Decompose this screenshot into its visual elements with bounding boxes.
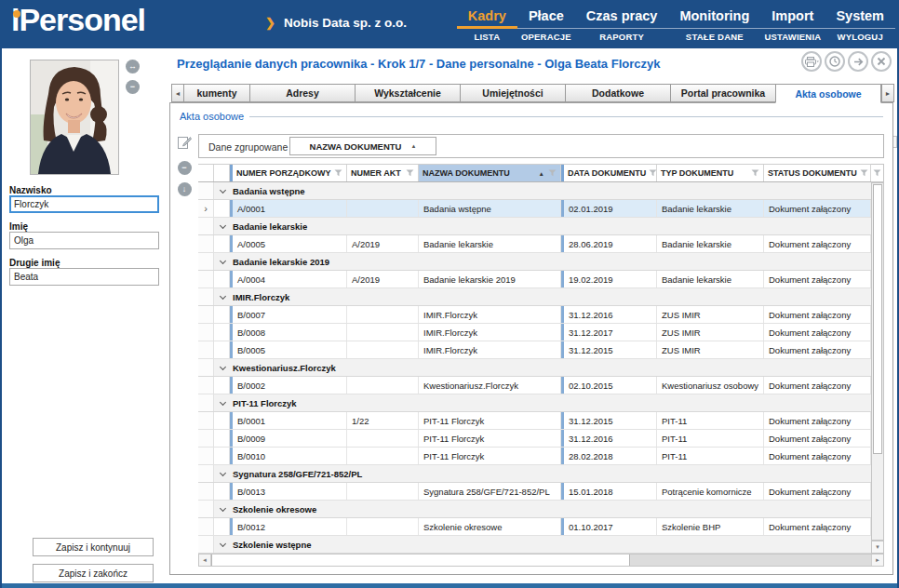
tab-wykszta-cenie[interactable]: Wykształcenie <box>355 84 461 102</box>
filter-icon[interactable] <box>860 169 868 177</box>
group-header-cell[interactable]: PIT-11 Florczyk <box>214 394 871 411</box>
vertical-scroll-thumb[interactable] <box>873 184 882 454</box>
tab-umiej-tno-ci[interactable]: Umiejętności <box>460 84 566 102</box>
filter-icon[interactable] <box>548 169 557 177</box>
filter-icon[interactable] <box>751 169 759 177</box>
table-row[interactable]: B/00011/22PIT-11 Florczyk31.12.2015PIT-1… <box>198 412 871 430</box>
tab-kumenty[interactable]: kumenty <box>183 84 250 102</box>
download-document-button[interactable]: ↓ <box>178 182 192 196</box>
collapse-chevron-icon[interactable] <box>220 186 226 193</box>
table-row[interactable]: B/0013Sygnatura 258/GFE/721-852/PL15.01.… <box>198 483 871 501</box>
nazwisko-field[interactable] <box>9 195 159 213</box>
collapse-chevron-icon[interactable] <box>220 540 226 546</box>
table-row[interactable]: ›A/0001Badania wstępne02.01.2019Badanie … <box>198 200 871 218</box>
edit-document-button[interactable] <box>177 135 192 154</box>
column-header-numer-porzadkowy[interactable]: NUMER PORZĄDKOWY <box>230 165 347 181</box>
scroll-right-button[interactable]: ► <box>871 555 883 566</box>
group-header-cell[interactable]: Szkolenie okresowe <box>214 501 871 517</box>
group-row-sygnatura-258-gfe-721-852-pl[interactable]: Sygnatura 258/GFE/721-852/PL <box>198 465 871 483</box>
filter-icon[interactable] <box>334 169 342 177</box>
table-row[interactable]: A/0004A/2019Badanie lekarskie 201919.02.… <box>198 271 871 288</box>
history-button[interactable] <box>825 51 845 72</box>
tab-scroll-left-button[interactable]: ◄ <box>171 84 184 102</box>
cell-nazwa-dokumentu: Badania wstępne <box>419 200 561 217</box>
nav-item-system[interactable]: System <box>825 7 895 29</box>
horizontal-scroll-thumb[interactable] <box>211 555 630 566</box>
filter-icon[interactable] <box>649 169 657 177</box>
group-row-szkolenie-wst-pne[interactable]: Szkolenie wstępne <box>198 536 871 554</box>
scroll-down-button[interactable]: ▼ <box>871 541 884 554</box>
nav-item-czas-pracy[interactable]: Czas pracy <box>575 7 669 29</box>
tab-dodatkowe[interactable]: Dodatkowe <box>565 84 671 102</box>
nav-subitem-operacje[interactable]: OPERACJE <box>517 29 575 46</box>
nav-subitem-lista[interactable]: LISTA <box>457 29 517 46</box>
group-row-szkolenie-okresowe[interactable]: Szkolenie okresowe <box>198 501 871 518</box>
table-row[interactable]: B/0009PIT-11 Florczyk31.12.2016PIT-11Dok… <box>198 430 871 448</box>
table-row[interactable]: A/0005A/2019Badanie lekarskie28.06.2019B… <box>198 235 871 253</box>
collapse-chevron-icon[interactable] <box>220 292 226 299</box>
cell-numer-porzadkowy: A/0004 <box>230 271 347 287</box>
vertical-scroll-track[interactable] <box>871 182 884 541</box>
nav-subitem-ustawienia[interactable]: USTAWIENIA <box>760 29 825 46</box>
collapse-chevron-icon[interactable] <box>220 363 226 369</box>
table-row[interactable]: B/0007IMIR.Florczyk31.12.2016ZUS IMIRDok… <box>198 306 871 324</box>
column-header-nazwa-dokumentu[interactable]: NAZWA DOKUMENTU▲ <box>419 165 561 181</box>
group-header-cell[interactable]: Badania wstępne <box>214 182 871 199</box>
collapse-chevron-icon[interactable] <box>220 221 226 228</box>
photo-remove-button[interactable]: − <box>126 80 140 94</box>
horizontal-scrollbar[interactable]: ◄ ► <box>198 554 884 567</box>
filter-icon[interactable] <box>406 169 414 177</box>
vertical-scrollbar[interactable]: ▼ <box>871 164 884 554</box>
column-header-numer-akt[interactable]: NUMER AKT <box>347 165 419 181</box>
save-finish-button[interactable]: Zapisz i zakończ <box>33 564 154 582</box>
nav-subitem-sta-e-dane[interactable]: STAŁE DANE <box>668 29 760 46</box>
table-row[interactable]: B/0002Kwestionariusz.Florczyk02.10.2015K… <box>198 377 871 394</box>
drugie-imie-field[interactable] <box>9 268 159 286</box>
remove-document-button[interactable]: − <box>178 161 192 175</box>
close-button[interactable] <box>871 51 892 72</box>
nav-item-kadry[interactable]: Kadry <box>457 7 517 29</box>
group-row-badanie-lekarskie[interactable]: Badanie lekarskie <box>198 218 871 235</box>
column-header-typ-dokumentu[interactable]: TYP DOKUMENTU <box>657 165 764 181</box>
nav-item-monitoring[interactable]: Monitoring <box>668 7 760 29</box>
group-row-pit-11-florczyk[interactable]: PIT-11 Florczyk <box>198 394 871 412</box>
print-menu-button[interactable] <box>801 51 822 72</box>
imie-field[interactable] <box>9 232 159 249</box>
collapse-chevron-icon[interactable] <box>220 398 226 405</box>
group-header-cell[interactable]: Sygnatura 258/GFE/721-852/PL <box>214 465 871 482</box>
collapse-chevron-icon[interactable] <box>220 469 226 475</box>
save-continue-button[interactable]: Zapisz i kontynuuj <box>33 538 154 556</box>
group-header-cell[interactable]: IMIR.Florczyk <box>214 288 871 305</box>
group-row-imir-florczyk[interactable]: IMIR.Florczyk <box>198 288 871 306</box>
group-header-cell[interactable]: Kwestionariusz.Florczyk <box>214 359 871 376</box>
table-row[interactable]: B/0008IMIR.Florczyk31.12.2017ZUS IMIRDok… <box>198 324 871 341</box>
tab-scroll-right-button[interactable]: ► <box>881 84 894 102</box>
photo-swap-button[interactable]: ↔ <box>126 60 140 74</box>
column-header-data-dokumentu[interactable]: DATA DOKUMENTU <box>561 165 657 181</box>
group-row-kwestionariusz-florczyk[interactable]: Kwestionariusz.Florczyk <box>198 359 871 377</box>
group-row-badania-wst-pne[interactable]: Badania wstępne <box>198 182 871 200</box>
collapse-chevron-icon[interactable] <box>220 504 226 511</box>
nav-item-p-ace[interactable]: Płace <box>517 7 575 29</box>
collapse-chevron-icon[interactable] <box>220 257 226 263</box>
nav-subitem-wyloguj[interactable]: WYLOGUJ <box>825 29 895 46</box>
group-header-cell[interactable]: Szkolenie wstępne <box>214 536 871 553</box>
group-header-cell[interactable]: Badanie lekarskie 2019 <box>214 253 871 270</box>
grouping-dropdown[interactable]: NAZWA DOKUMENTU ▲ <box>289 137 436 155</box>
tab-adresy[interactable]: Adresy <box>249 84 356 102</box>
tab-akta-osobowe[interactable]: Akta osobowe <box>775 84 881 103</box>
group-row-badanie-lekarskie-2019[interactable]: Badanie lekarskie 2019 <box>198 253 871 271</box>
cell-status-dokumentu: Dokument załączony <box>764 448 871 464</box>
filter-row-button[interactable] <box>871 164 884 182</box>
tab-portal-pracownika[interactable]: Portal pracownika <box>670 84 776 102</box>
scroll-left-button[interactable]: ◄ <box>199 555 211 566</box>
forward-button[interactable] <box>848 51 868 72</box>
table-row[interactable]: B/0012Szkolenie okresowe01.10.2017Szkole… <box>198 518 871 536</box>
app-logo[interactable]: iPersonel <box>11 2 145 38</box>
group-header-cell[interactable]: Badanie lekarskie <box>214 218 871 234</box>
column-header-status-dokumentu[interactable]: STATUS DOKUMENTU <box>764 165 871 181</box>
table-row[interactable]: B/0005IMIR.Florczyk31.12.2015ZUS IMIRDok… <box>198 341 871 359</box>
table-row[interactable]: B/0010PIT-11 Florczyk28.02.2018PIT-11Dok… <box>198 448 871 465</box>
nav-subitem-raporty[interactable]: RAPORTY <box>575 29 669 46</box>
nav-item-import[interactable]: Import <box>760 7 825 29</box>
